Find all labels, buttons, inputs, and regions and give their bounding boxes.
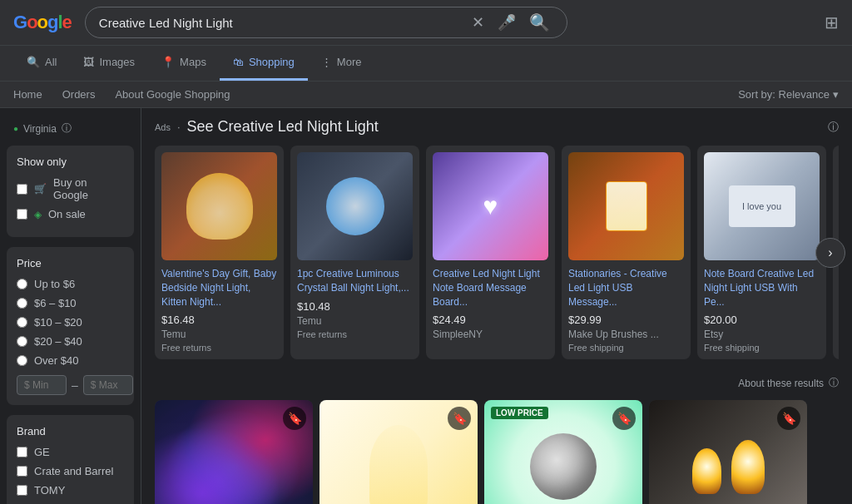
nav-about[interactable]: About Google Shopping [115, 88, 230, 101]
location-info-icon[interactable]: ⓘ [62, 121, 72, 136]
price-6-to-10[interactable]: $6 – $10 [17, 297, 124, 309]
price-radio-4[interactable] [17, 355, 27, 366]
grid-card-2[interactable]: LOW PRICE 🔖 [484, 400, 642, 504]
main-layout: ● Virginia ⓘ Show only 🛒 Buy on Google ◈… [0, 108, 852, 504]
search-bar: Creative Led Night Light ✕ 🎤 🔍 [85, 7, 567, 38]
search-button[interactable]: 🔍 [526, 12, 553, 32]
bookmark-button-3[interactable]: 🔖 [777, 407, 800, 430]
bookmark-button-2[interactable]: 🔖 [612, 407, 636, 430]
sidebar: ● Virginia ⓘ Show only 🛒 Buy on Google ◈… [0, 108, 141, 504]
price-10-to-20[interactable]: $10 – $20 [17, 316, 124, 329]
product-grid: 🔖 🔖 LOW PRICE 🔖 [155, 400, 839, 504]
buy-on-google-checkbox[interactable] [17, 184, 27, 195]
nav-home[interactable]: Home [13, 88, 42, 101]
brand-title: Brand [17, 425, 124, 437]
product-name-4: Note Board Creative Led Night Light USB … [704, 267, 820, 309]
maps-icon: 📍 [161, 56, 175, 68]
shopping-icon: 🛍 [233, 56, 244, 68]
price-up-to-6[interactable]: Up to $6 [17, 278, 124, 290]
price-radio-2[interactable] [17, 317, 27, 328]
price-max-input[interactable] [83, 375, 133, 395]
brand-tomy-label: TOMY [34, 484, 65, 497]
tab-images[interactable]: 🖼 Images [70, 46, 148, 81]
chevron-down-icon: ▾ [833, 88, 839, 101]
tab-all[interactable]: 🔍 All [13, 46, 70, 81]
brand-crate-barrel[interactable]: Crate and Barrel [17, 465, 124, 477]
grid-icon[interactable]: ⊞ [825, 12, 839, 32]
product-img-4: I love you [704, 152, 820, 260]
sort-by[interactable]: Sort by: Relevance ▾ [738, 88, 839, 101]
product-img-1 [297, 152, 413, 260]
grid-img-2: LOW PRICE 🔖 [484, 400, 642, 504]
moon-decoration [530, 433, 597, 500]
tab-shopping[interactable]: 🛍 Shopping [220, 46, 308, 81]
price-radio-1[interactable] [17, 298, 27, 309]
buy-on-google-icon: 🛒 [34, 183, 47, 195]
product-card-0[interactable]: Valentine's Day Gift, Baby Bedside Night… [155, 146, 284, 359]
product-seller-4: Etsy [704, 329, 820, 340]
location-dot-icon: ● [13, 124, 18, 133]
grid-card-0[interactable]: 🔖 [155, 400, 313, 504]
about-results-icon[interactable]: ⓘ [829, 376, 839, 390]
product-name-3: Stationaries - Creative Led Light USB Me… [568, 267, 684, 309]
product-img-3 [568, 152, 684, 260]
price-20-to-40[interactable]: $20 – $40 [17, 335, 124, 348]
product-seller-1: Temu [297, 315, 413, 327]
price-range-label-3: $20 – $40 [34, 335, 82, 348]
filter-on-sale[interactable]: ◈ On sale [17, 208, 124, 220]
more-icon: ⋮ [321, 56, 332, 68]
clear-button[interactable]: ✕ [468, 13, 488, 32]
product-shipping-4: Free shipping [704, 343, 820, 353]
price-over-40[interactable]: Over $40 [17, 354, 124, 367]
brand-ge[interactable]: GE [17, 446, 124, 458]
about-results-label: About these results [738, 378, 824, 389]
grid-card-1[interactable]: 🔖 [320, 400, 478, 504]
search-input[interactable]: Creative Led Night Light [99, 16, 462, 30]
show-only-title: Show only [17, 156, 124, 168]
brand-crate-barrel-checkbox[interactable] [17, 466, 27, 477]
price-radio-0[interactable] [17, 279, 27, 289]
price-custom-range: – [17, 375, 124, 395]
product-carousel-wrapper: Valentine's Day Gift, Baby Bedside Night… [155, 146, 839, 359]
brand-tomy-checkbox[interactable] [17, 485, 27, 496]
on-sale-checkbox[interactable] [17, 209, 27, 220]
filter-brand: Brand GE Crate and Barrel TOMY Perfect L… [7, 415, 134, 504]
ads-header: Ads · See Creative Led Night Light ⓘ [155, 118, 839, 136]
tab-maps[interactable]: 📍 Maps [148, 46, 220, 81]
price-radio-3[interactable] [17, 336, 27, 347]
product-seller-2: SimpleeNY [433, 329, 548, 340]
product-seller-0: Temu [161, 329, 277, 340]
price-range-label-0: Up to $6 [34, 278, 75, 290]
images-icon: 🖼 [83, 56, 94, 68]
product-name-0: Valentine's Day Gift, Baby Bedside Night… [161, 267, 277, 309]
ads-info-icon[interactable]: ⓘ [828, 120, 839, 135]
filter-show-only: Show only 🛒 Buy on Google ◈ On sale [7, 146, 134, 237]
sort-by-label: Sort by: Relevance [738, 88, 830, 101]
product-card-2[interactable]: ♥ Creative Led Night Light Note Board Me… [426, 146, 555, 359]
brand-ge-checkbox[interactable] [17, 447, 27, 457]
product-carousel: Valentine's Day Gift, Baby Bedside Night… [155, 146, 839, 359]
nav-tabs: 🔍 All 🖼 Images 📍 Maps 🛍 Shopping ⋮ More [0, 46, 852, 82]
location-label: Virginia [23, 123, 57, 135]
bookmark-button-1[interactable]: 🔖 [448, 407, 471, 430]
product-shipping-3: Free shipping [568, 343, 684, 353]
secondary-nav: Home Orders About Google Shopping Sort b… [0, 82, 852, 108]
filter-buy-on-google[interactable]: 🛒 Buy on Google [17, 176, 124, 201]
google-logo: Google [13, 12, 72, 33]
tab-more[interactable]: ⋮ More [308, 46, 375, 81]
grid-img-1: 🔖 [320, 400, 478, 504]
grid-card-3[interactable]: 🔖 [649, 400, 807, 504]
price-min-input[interactable] [17, 375, 67, 395]
product-card-4[interactable]: I love you Note Board Creative Led Night… [697, 146, 826, 359]
product-card-1[interactable]: 1pc Creative Luminous Crystal Ball Night… [290, 146, 419, 359]
mic-button[interactable]: 🎤 [494, 13, 519, 32]
product-card-3[interactable]: Stationaries - Creative Led Light USB Me… [562, 146, 691, 359]
nav-orders[interactable]: Orders [62, 88, 96, 101]
carousel-next-button[interactable]: › [815, 238, 845, 268]
brand-tomy[interactable]: TOMY [17, 484, 124, 497]
tab-images-label: Images [99, 56, 135, 68]
product-shipping-1: Free returns [297, 329, 413, 339]
low-price-badge: LOW PRICE [491, 407, 548, 419]
ads-title: See Creative Led Night Light [187, 118, 379, 136]
grid-img-3: 🔖 [649, 400, 807, 504]
